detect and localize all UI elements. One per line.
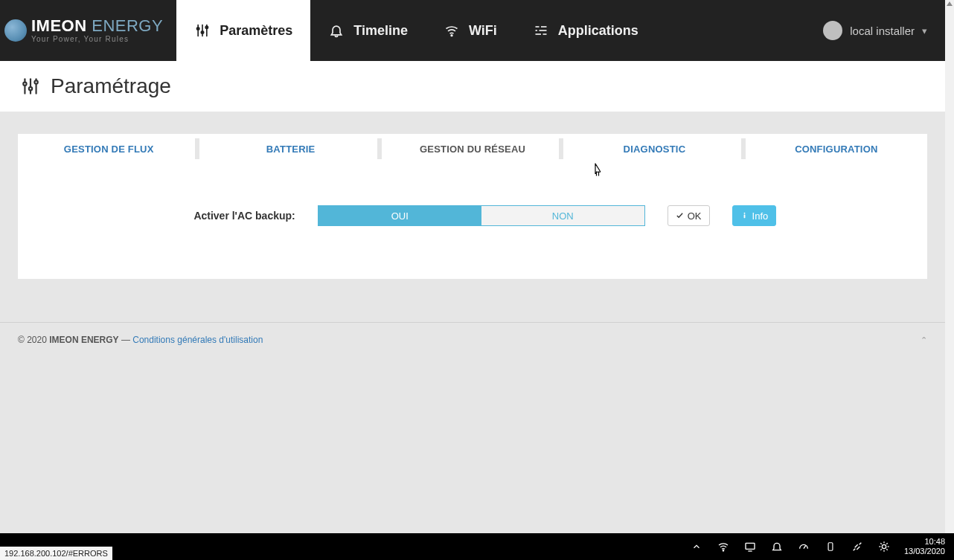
- user-name: local installer: [850, 25, 915, 37]
- brand-name-strong: IMEON: [31, 16, 87, 35]
- svg-line-32: [886, 549, 887, 550]
- svg-rect-22: [746, 543, 755, 549]
- nav-timeline[interactable]: Timeline: [310, 0, 426, 61]
- svg-point-26: [882, 544, 886, 548]
- tray-phone-icon[interactable]: [824, 540, 837, 553]
- footer-terms-link[interactable]: Conditions générales d'utilisation: [132, 335, 263, 345]
- tab-reseau[interactable]: GESTION DU RÉSEAU: [382, 134, 563, 164]
- brand-logo[interactable]: IMEON ENERGY Your Power, Your Rules: [0, 0, 176, 61]
- ac-backup-toggle: OUI NON: [318, 205, 645, 226]
- content: GESTION DE FLUX BATTERIE GESTION DU RÉSE…: [0, 112, 945, 279]
- user-menu[interactable]: local installer ▾: [823, 0, 945, 61]
- svg-point-6: [451, 35, 452, 36]
- tray-plug-icon[interactable]: [851, 540, 864, 553]
- taskbar-clock[interactable]: 10:48 13/03/2020: [904, 537, 945, 556]
- svg-point-18: [34, 80, 37, 83]
- chevron-down-icon: ▾: [922, 25, 927, 36]
- nav-applications[interactable]: Applications: [515, 0, 656, 61]
- ok-button[interactable]: OK: [668, 205, 710, 226]
- brand-name-light: ENERGY: [87, 16, 164, 35]
- ac-backup-row: Activer l'AC backup: OUI NON OK Info: [18, 164, 927, 226]
- svg-line-24: [804, 546, 806, 549]
- svg-rect-25: [828, 543, 833, 551]
- browser-scrollbar[interactable]: [945, 0, 954, 533]
- page-header: Paramétrage: [0, 61, 945, 112]
- info-icon: [740, 210, 749, 222]
- brand-text: IMEON ENERGY Your Power, Your Rules: [31, 18, 163, 43]
- nav-applications-label: Applications: [558, 23, 638, 39]
- footer: © 2020 IMEON ENERGY — Conditions général…: [0, 322, 945, 357]
- info-button[interactable]: Info: [732, 205, 777, 226]
- svg-point-1: [197, 28, 199, 30]
- tray-brightness-icon[interactable]: [877, 540, 891, 553]
- info-label: Info: [752, 210, 769, 222]
- sliders-icon: [21, 77, 40, 96]
- tabs: GESTION DE FLUX BATTERIE GESTION DU RÉSE…: [18, 134, 927, 164]
- svg-point-21: [723, 550, 723, 551]
- svg-line-34: [886, 543, 887, 544]
- footer-brand: IMEON ENERGY: [49, 335, 118, 345]
- toggle-oui[interactable]: OUI: [318, 206, 481, 225]
- nav-wifi-label: WiFi: [469, 23, 497, 39]
- svg-rect-20: [743, 214, 745, 218]
- status-url: 192.168.200.102/#ERRORS: [0, 547, 112, 560]
- footer-copyright: © 2020: [18, 335, 49, 345]
- taskbar: 192.168.200.102/#ERRORS 10:48 13/03/2020: [0, 533, 954, 560]
- tab-flux[interactable]: GESTION DE FLUX: [18, 134, 199, 164]
- brand-tagline: Your Power, Your Rules: [31, 36, 163, 43]
- nav-parametres-label: Paramètres: [220, 23, 292, 39]
- ac-backup-label: Activer l'AC backup:: [169, 210, 295, 222]
- footer-sep: —: [119, 335, 133, 345]
- tray-bell-icon[interactable]: [770, 540, 784, 553]
- svg-line-31: [880, 543, 881, 544]
- nav-wifi[interactable]: WiFi: [426, 0, 515, 61]
- clock-time: 10:48: [904, 537, 945, 547]
- svg-line-33: [880, 549, 881, 550]
- tray-chevron-up-icon[interactable]: [690, 540, 703, 553]
- tray-wifi-icon[interactable]: [717, 540, 730, 553]
- toggle-non[interactable]: NON: [481, 206, 644, 225]
- tray-monitor-icon[interactable]: [743, 540, 757, 553]
- wifi-icon: [444, 22, 460, 39]
- avatar-icon: [823, 21, 842, 40]
- scroll-top-icon[interactable]: ⌃: [921, 335, 927, 345]
- clock-date: 13/03/2020: [904, 547, 945, 556]
- system-tray: 10:48 13/03/2020: [690, 537, 954, 556]
- svg-point-5: [205, 26, 208, 28]
- svg-point-19: [743, 212, 745, 213]
- svg-point-16: [29, 87, 32, 90]
- tab-configuration[interactable]: CONFIGURATION: [746, 134, 927, 164]
- nav-parametres[interactable]: Paramètres: [176, 0, 310, 61]
- page-title: Paramétrage: [51, 74, 171, 98]
- svg-point-14: [23, 83, 26, 86]
- tray-gauge-icon[interactable]: [797, 540, 810, 553]
- tab-diagnostic[interactable]: DIAGNOSTIC: [563, 134, 745, 164]
- apps-icon: [533, 22, 549, 39]
- check-icon: [676, 210, 684, 222]
- tab-panel: GESTION DE FLUX BATTERIE GESTION DU RÉSE…: [18, 134, 927, 279]
- ok-label: OK: [688, 210, 702, 222]
- top-nav: IMEON ENERGY Your Power, Your Rules Para…: [0, 0, 945, 61]
- tab-batterie[interactable]: BATTERIE: [199, 134, 381, 164]
- logo-icon: [4, 19, 27, 42]
- bell-icon: [328, 22, 345, 39]
- sliders-icon: [194, 22, 211, 39]
- svg-point-3: [201, 31, 203, 33]
- nav-timeline-label: Timeline: [353, 23, 408, 39]
